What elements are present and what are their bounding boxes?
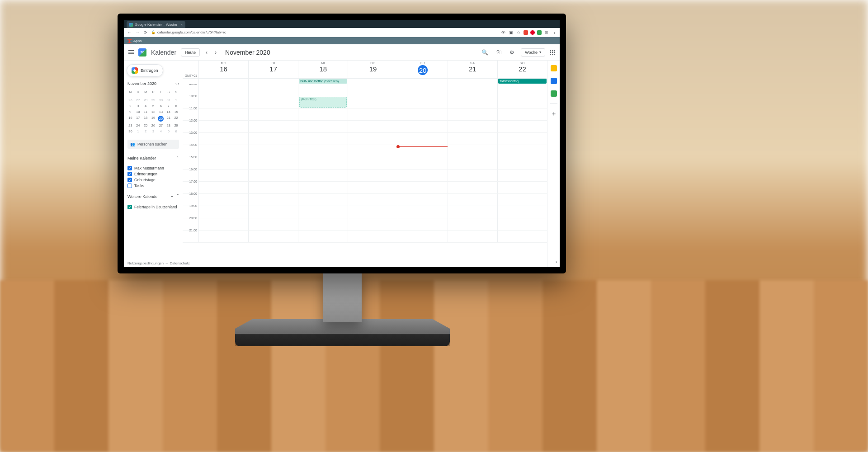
hour-cell[interactable] xyxy=(348,194,397,206)
hour-cell[interactable] xyxy=(497,145,547,157)
hour-cell[interactable] xyxy=(398,121,448,132)
calendar-checkbox[interactable] xyxy=(127,184,132,188)
mini-day-cell[interactable]: 28 xyxy=(165,122,172,128)
hour-cell[interactable] xyxy=(298,96,348,108)
hour-cell[interactable] xyxy=(298,157,348,169)
mini-day-cell[interactable]: 4 xyxy=(142,103,150,109)
mini-day-cell[interactable]: 27 xyxy=(157,122,165,128)
mini-day-cell[interactable]: 21 xyxy=(165,115,172,122)
hour-cell[interactable] xyxy=(348,218,397,230)
hour-cell[interactable] xyxy=(298,194,348,206)
hour-cell[interactable] xyxy=(248,231,298,242)
hour-cell[interactable] xyxy=(298,145,348,157)
hour-cell[interactable] xyxy=(198,96,248,108)
mini-day-cell[interactable]: 15 xyxy=(172,109,180,115)
mini-day-cell[interactable]: 1 xyxy=(134,128,142,134)
help-icon[interactable]: ?⃝ xyxy=(495,49,503,56)
hour-cell[interactable] xyxy=(497,157,547,169)
mini-day-cell[interactable]: 16 xyxy=(127,115,134,122)
hour-cell[interactable] xyxy=(448,157,497,169)
hour-cell[interactable] xyxy=(448,133,497,145)
hour-cell[interactable] xyxy=(298,108,348,120)
side-panel-toggle-icon[interactable]: › xyxy=(556,259,557,264)
ext-icon-red[interactable] xyxy=(524,30,528,35)
hour-cell[interactable] xyxy=(348,157,397,169)
hour-cell[interactable] xyxy=(398,145,448,157)
day-header[interactable]: DI17 xyxy=(248,61,298,78)
mini-day-cell[interactable]: 20 xyxy=(157,115,165,122)
allday-cell[interactable] xyxy=(248,79,298,84)
create-button[interactable]: Eintragen xyxy=(127,64,163,77)
mini-day-cell[interactable]: 2 xyxy=(127,103,134,109)
hour-cell[interactable] xyxy=(497,170,547,181)
view-selector[interactable]: Woche ▾ xyxy=(521,48,545,56)
calendar-item[interactable]: ✓Erinnerungen xyxy=(127,172,179,176)
rail-add-icon[interactable]: ＋ xyxy=(551,110,557,118)
calendar-item[interactable]: Tasks xyxy=(127,184,179,188)
mini-day-cell[interactable]: 3 xyxy=(150,128,157,134)
ext-icon-green[interactable] xyxy=(537,30,542,35)
mini-day-cell[interactable]: 7 xyxy=(165,103,172,109)
hour-cell[interactable] xyxy=(448,96,497,108)
nav-forward-icon[interactable]: → xyxy=(135,30,140,35)
hour-cell[interactable] xyxy=(298,133,348,145)
mini-day-cell[interactable]: 10 xyxy=(134,109,142,115)
calendar-checkbox[interactable]: ✓ xyxy=(127,178,132,182)
hour-cell[interactable] xyxy=(448,108,497,120)
mini-day-cell[interactable]: 2 xyxy=(142,128,150,134)
hour-cell[interactable] xyxy=(348,170,397,181)
hour-cell[interactable] xyxy=(497,133,547,145)
mini-day-cell[interactable]: 5 xyxy=(150,103,157,109)
nav-back-icon[interactable]: ← xyxy=(127,30,132,35)
hour-cell[interactable] xyxy=(248,157,298,169)
mini-day-cell[interactable]: 12 xyxy=(150,109,157,115)
hour-cell[interactable] xyxy=(348,96,397,108)
mini-calendar[interactable]: 2627282930311234567891011121314151617181… xyxy=(127,97,180,134)
hour-cell[interactable] xyxy=(497,96,547,108)
hour-cell[interactable] xyxy=(398,96,448,108)
hour-cell[interactable] xyxy=(198,170,248,181)
day-header[interactable]: MO16 xyxy=(198,61,248,78)
hour-cell[interactable] xyxy=(248,206,298,218)
day-header[interactable]: FR20 xyxy=(398,61,448,78)
hour-cell[interactable] xyxy=(298,121,348,132)
omnibox[interactable]: 🔒 calendar.google.com/calendar/u/0/r?tab… xyxy=(151,30,498,34)
hour-cell[interactable] xyxy=(398,133,448,145)
allday-cell[interactable] xyxy=(398,79,448,84)
mini-day-cell[interactable]: 28 xyxy=(142,97,150,103)
hour-cell[interactable] xyxy=(198,218,248,230)
hour-cell[interactable] xyxy=(298,170,348,181)
hour-cell[interactable] xyxy=(198,133,248,145)
mini-day-cell[interactable]: 9 xyxy=(127,109,134,115)
mini-day-cell[interactable]: 5 xyxy=(165,128,172,134)
hour-cell[interactable] xyxy=(298,218,348,230)
hour-cell[interactable] xyxy=(497,231,547,242)
hour-cell[interactable] xyxy=(198,194,248,206)
today-button[interactable]: Heute xyxy=(181,48,200,56)
mini-day-cell[interactable]: 30 xyxy=(127,128,134,134)
mini-day-cell[interactable]: 30 xyxy=(157,97,165,103)
allday-event[interactable]: Buß- und Bettag (Sachsen) xyxy=(299,79,347,84)
prev-week-icon[interactable]: ‹ xyxy=(204,49,209,56)
calendar-item[interactable]: ✓Max Mustermann xyxy=(127,166,179,170)
allday-cell[interactable]: Totensonntag xyxy=(497,79,547,84)
allday-cell[interactable]: Buß- und Bettag (Sachsen) xyxy=(298,79,348,84)
chrome-menu-icon[interactable]: ⋮ xyxy=(552,30,557,35)
hour-cell[interactable] xyxy=(248,121,298,132)
hour-cell[interactable] xyxy=(497,84,547,96)
allday-cell[interactable] xyxy=(348,79,397,84)
hour-cell[interactable] xyxy=(398,231,448,242)
hour-cell[interactable] xyxy=(448,170,497,181)
mini-day-cell[interactable]: 25 xyxy=(142,122,150,128)
hour-cell[interactable] xyxy=(398,108,448,120)
day-header[interactable]: SO22 xyxy=(497,61,547,78)
mini-day-cell[interactable]: 14 xyxy=(165,109,172,115)
day-header[interactable]: SA21 xyxy=(448,61,497,78)
hour-cell[interactable] xyxy=(248,170,298,181)
hour-cell[interactable] xyxy=(398,84,448,96)
calendar-item[interactable]: ✓Feiertage in Deutschland xyxy=(127,205,179,209)
mini-day-cell[interactable]: 6 xyxy=(157,103,165,109)
nav-reload-icon[interactable]: ⟳ xyxy=(143,30,148,35)
mini-day-cell[interactable]: 31 xyxy=(165,97,172,103)
hour-cell[interactable] xyxy=(348,231,397,242)
